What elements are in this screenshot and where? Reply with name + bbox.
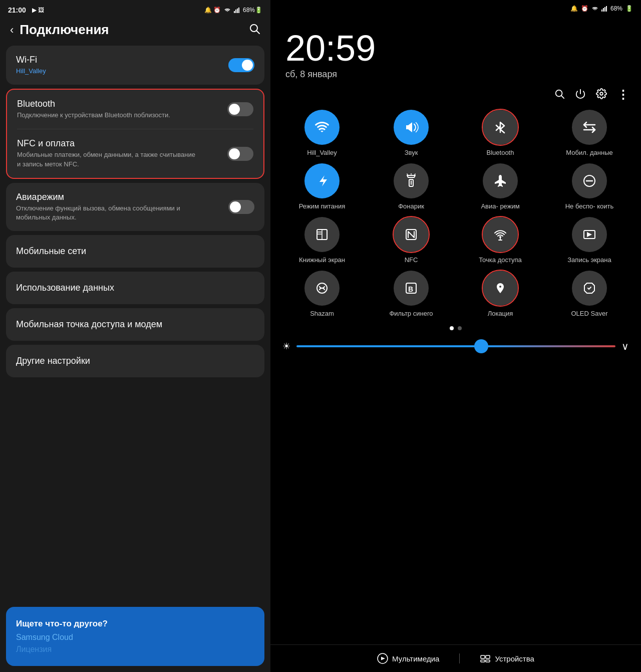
- location-tile-icon: [493, 281, 508, 296]
- brightness-row: ☀ ∨: [270, 334, 641, 358]
- airplane-toggle[interactable]: [228, 200, 254, 214]
- search-icon[interactable]: [248, 23, 260, 37]
- time-display: 20:59 сб, 8 января: [270, 15, 641, 80]
- screenrecord-tile-icon: [582, 227, 597, 242]
- back-button[interactable]: ‹: [10, 24, 14, 37]
- qs-power-icon[interactable]: [575, 88, 586, 102]
- tile-flashlight[interactable]: Фонарик: [370, 163, 453, 211]
- other-settings-title: Другие настройки: [16, 356, 90, 366]
- bottom-bar-divider: [459, 653, 460, 663]
- brightness-thumb[interactable]: [474, 339, 488, 353]
- qs-settings-icon[interactable]: [596, 88, 607, 102]
- page-dot-2: [458, 326, 462, 330]
- devices-label: Устройства: [495, 654, 534, 663]
- screenrecord-tile-icon-wrap: [572, 217, 607, 252]
- location-tile-icon-wrap: [483, 271, 518, 306]
- devices-button[interactable]: Устройства: [480, 653, 534, 664]
- flashlight-tile-icon-wrap: [394, 163, 429, 198]
- bottom-card-question: Ищете что-то другое?: [16, 619, 254, 629]
- dnd-tile-label: Не беспо- коить: [565, 202, 614, 211]
- tile-dnd[interactable]: Не беспо- коить: [548, 163, 631, 211]
- tile-sound[interactable]: Звук: [370, 110, 453, 157]
- samsung-cloud-link[interactable]: Samsung Cloud: [16, 633, 254, 642]
- bluetooth-item[interactable]: Bluetooth Подключение к устройствам Blue…: [7, 90, 263, 129]
- brightness-slider[interactable]: [296, 345, 615, 347]
- oledsaver-tile-label: OLED Saver: [571, 310, 608, 318]
- clock: 20:59: [285, 30, 626, 66]
- mobile-networks-card[interactable]: Мобильные сети: [6, 235, 264, 268]
- tile-mobiledata[interactable]: Мобил. данные: [548, 110, 631, 157]
- svg-line-5: [257, 31, 260, 34]
- sound-tile-icon: [403, 119, 419, 135]
- bluetooth-nfc-card: Bluetooth Подключение к устройствам Blue…: [6, 89, 264, 179]
- tile-nfc[interactable]: NFC: [370, 217, 453, 265]
- brightness-expand-icon[interactable]: ∨: [621, 340, 629, 352]
- brightness-icon: ☀: [282, 341, 290, 352]
- airplane-card[interactable]: Авиарежим Отключение функций вызова, обм…: [6, 183, 264, 231]
- svg-point-12: [600, 92, 603, 95]
- mobiledata-tile-label: Мобил. данные: [566, 149, 612, 157]
- data-usage-card[interactable]: Использование данных: [6, 272, 264, 304]
- header-left: ‹ Подключения: [0, 18, 270, 46]
- media-button[interactable]: Мультимедиа: [377, 653, 439, 664]
- wifi-toggle[interactable]: [228, 58, 254, 72]
- svg-rect-33: [486, 655, 490, 658]
- mobiledata-tile-icon: [581, 119, 597, 135]
- tile-screenrecord[interactable]: Запись экрана: [548, 217, 631, 265]
- nfc-subtitle: Мобильные платежи, обмен данными, а такж…: [17, 150, 197, 168]
- flashlight-tile-icon: [404, 173, 419, 188]
- nfc-toggle[interactable]: [227, 147, 253, 161]
- status-time-left: 21:00: [8, 6, 26, 14]
- bluetooth-toggle[interactable]: [227, 102, 253, 116]
- tile-shazam[interactable]: Shazam: [280, 271, 364, 318]
- tile-oledsaver[interactable]: OLED Saver: [548, 271, 631, 318]
- svg-rect-32: [481, 655, 485, 658]
- page-dot-1: [450, 326, 454, 330]
- data-usage-title: Использование данных: [16, 283, 114, 293]
- qs-search-icon[interactable]: [554, 88, 565, 102]
- tile-hotspot[interactable]: Точка доступа: [459, 217, 542, 265]
- book-tile-icon: [314, 227, 330, 242]
- svg-text:B: B: [408, 285, 413, 293]
- wifi-tile-label: Hill_Valley: [307, 149, 337, 157]
- battery-icon-right: 🔋: [625, 5, 633, 12]
- nfc-item[interactable]: NFC и оплата Мобильные платежи, обмен да…: [7, 129, 263, 177]
- powermode-tile-label: Режим питания: [299, 202, 346, 211]
- battery-right: 68%: [610, 5, 622, 12]
- hotspot-title: Мобильная точка доступа и модем: [16, 319, 162, 330]
- devices-icon: [480, 653, 491, 664]
- bluefilter-tile-icon: B: [404, 281, 419, 296]
- mobile-networks-title: Мобильные сети: [16, 246, 86, 257]
- tile-wifi[interactable]: Hill_Valley: [280, 110, 364, 157]
- date: сб, 8 января: [285, 69, 626, 80]
- tile-bluefilter[interactable]: B Фильтр синего: [370, 271, 453, 318]
- other-settings-card[interactable]: Другие настройки: [6, 345, 264, 377]
- flashlight-tile-label: Фонарик: [398, 202, 424, 211]
- bluetooth-title: Bluetooth: [17, 99, 227, 109]
- wifi-card[interactable]: Wi-Fi Hill_Valley: [6, 46, 264, 85]
- tile-airplane[interactable]: Авиа- режим: [459, 163, 542, 211]
- wifi-subtitle: Hill_Valley: [16, 67, 196, 76]
- powermode-tile-icon: [314, 173, 330, 188]
- tile-location[interactable]: Локация: [459, 271, 542, 318]
- quick-settings-header: ⋮: [270, 80, 641, 106]
- dnd-tile-icon: [582, 173, 597, 188]
- tile-bluetooth[interactable]: Bluetooth: [459, 110, 542, 157]
- airplane-title: Авиарежим: [16, 192, 228, 202]
- hotspot-card[interactable]: Мобильная точка доступа и модем: [6, 308, 264, 341]
- oledsaver-tile-icon-wrap: [572, 271, 607, 306]
- signal-icon-right: [601, 6, 607, 12]
- airplane-tile-icon-wrap: [483, 163, 518, 198]
- svg-rect-2: [237, 9, 238, 13]
- airplane-tile-icon: [493, 173, 508, 188]
- tile-book[interactable]: Книжный экран: [280, 217, 364, 265]
- tile-powermode[interactable]: Режим питания: [280, 163, 364, 211]
- license-link[interactable]: Лицензия: [16, 645, 254, 654]
- battery-left: 🔔 ⏰ 68%🔋: [204, 7, 262, 14]
- nfc-tile-label: NFC: [405, 256, 418, 265]
- bottom-bar: Мультимедиа Устройства: [270, 644, 641, 672]
- right-panel: 🔔 ⏰ 68% 🔋 20:59 сб, 8 января ⋮: [270, 0, 641, 672]
- svg-rect-1: [235, 10, 236, 13]
- qs-more-icon[interactable]: ⋮: [617, 88, 629, 102]
- media-label: Мультимедиа: [392, 654, 439, 663]
